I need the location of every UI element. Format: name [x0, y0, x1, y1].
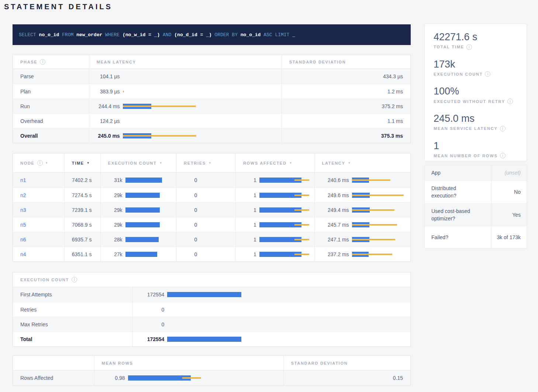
std-dev-column-header: STANDARD DEVIATION — [282, 55, 410, 69]
latency-bar — [352, 207, 411, 213]
mean-latency-column-label: MEAN LATENCY — [97, 60, 136, 64]
execution-count-table-header: EXECUTION COUNT i — [13, 272, 410, 287]
rows-affected-header-row: MEAN ROWS STANDARD DEVIATION — [13, 356, 410, 371]
rows-affected-bar — [259, 193, 314, 198]
node-link[interactable]: n6 — [20, 237, 26, 243]
mean-latency-value: 383.9 µs — [97, 89, 120, 94]
sort-icon: ▼ — [45, 161, 48, 165]
time-value: 6935.7 s — [72, 237, 92, 243]
row-label: First Attempts — [20, 292, 52, 298]
rows-affected-column-header[interactable]: ROWS AFFECTED ▼ — [235, 154, 314, 172]
table-row: n2 7274.5 s 29k 0 1 249.6 ms — [13, 188, 410, 202]
execution-count-value: 29k — [108, 207, 123, 213]
info-icon[interactable]: i — [37, 160, 43, 166]
mean-latency-value: 124.2 µs — [97, 118, 120, 124]
info-icon[interactable]: i — [500, 126, 506, 131]
info-icon[interactable]: i — [72, 277, 77, 282]
stat-label: EXECUTION COUNT — [434, 72, 483, 76]
retries-value: 0 — [184, 222, 197, 228]
info-icon[interactable]: i — [40, 59, 45, 65]
fact-value: (unset) — [504, 169, 521, 176]
sql-statement: SELECT no_o_id FROM new_order WHERE (no_… — [13, 24, 411, 45]
node-link[interactable]: n4 — [20, 251, 26, 257]
phase-label: Overall — [20, 133, 38, 139]
fact-label: Used cost-based optimizer? — [425, 204, 491, 226]
count-value: 0 — [140, 321, 164, 327]
table-row: Parse 104.1 µs 434.3 µs — [13, 69, 410, 84]
latency-column-header[interactable]: LATENCY ▼ — [314, 154, 411, 172]
retries-column-header[interactable]: RETRIES ▼ — [176, 154, 235, 172]
latency-bar — [352, 178, 411, 183]
node-link[interactable]: n1 — [20, 177, 26, 183]
phase-table: PHASE i MEAN LATENCY STANDARD DEVIATION … — [13, 55, 411, 143]
retries-bar — [200, 178, 235, 183]
stat-label: TOTAL TIME — [434, 45, 464, 49]
info-icon[interactable]: i — [500, 153, 506, 158]
phase-column-label: PHASE — [20, 60, 37, 64]
retries-value: 0 — [184, 251, 197, 257]
row-label: Retries — [20, 307, 37, 313]
execution-count-value: 29k — [108, 222, 123, 228]
stat-value: 245.0 ms — [434, 113, 519, 124]
latency-bar — [352, 222, 411, 227]
table-row: Rows Affected 0.98 0.15 — [13, 371, 410, 385]
row-label: Rows Affected — [20, 375, 53, 381]
table-row: Run 244.4 ms 375.2 ms — [13, 99, 410, 113]
execution-count-column-header[interactable]: EXECUTION COUNT ▼ — [100, 154, 176, 172]
node-column-label: NODE — [20, 161, 35, 165]
execution-count-value: 29k — [108, 192, 123, 198]
sort-icon: ▼ — [159, 161, 162, 165]
mean-rows-bar — [128, 375, 283, 381]
retries-column-label: RETRIES — [184, 161, 206, 165]
latency-bar — [352, 193, 411, 198]
execution-count-bar — [125, 252, 176, 257]
fact-value: No — [514, 188, 521, 196]
retries-value: 0 — [184, 177, 197, 183]
fact-row-cost-based-optimizer: Used cost-based optimizer? Yes — [425, 203, 527, 226]
latency-bar — [123, 133, 282, 138]
node-column-header[interactable]: NODE i ▼ — [13, 154, 64, 172]
time-column-header[interactable]: TIME ▼ — [64, 154, 100, 172]
rows-affected-value: 1 — [243, 237, 256, 243]
sort-icon: ▼ — [348, 161, 351, 165]
info-icon[interactable]: i — [485, 71, 490, 77]
stat-value: 100% — [434, 86, 519, 97]
summary-stats-card: 42271.6 s TOTAL TIMEi 173k EXECUTION COU… — [424, 24, 527, 161]
stat-label: MEAN SERVICE LATENCY — [434, 126, 498, 131]
table-row: Total 172554 — [13, 331, 410, 346]
latency-bar — [352, 252, 411, 257]
stat-value: 1 — [434, 141, 519, 152]
info-icon[interactable]: i — [466, 44, 472, 50]
rows-affected-bar — [259, 252, 314, 257]
latency-value: 249.6 ms — [322, 192, 349, 198]
info-icon[interactable]: i — [507, 99, 513, 104]
retries-bar — [200, 252, 235, 257]
count-bar — [167, 292, 410, 297]
latency-bar — [352, 237, 411, 242]
retries-bar — [200, 193, 235, 198]
stat-execution-count: 173k EXECUTION COUNTi — [434, 59, 519, 77]
count-value: 172554 — [140, 336, 164, 342]
node-link[interactable]: n5 — [20, 222, 26, 228]
stat-label: EXECUTED WITHOUT RETRY — [434, 99, 505, 104]
mean-latency-value: 104.1 µs — [97, 73, 120, 79]
fact-value: 3k of 173k — [497, 234, 521, 241]
count-value: 172554 — [140, 292, 164, 298]
phase-table-header-row: PHASE i MEAN LATENCY STANDARD DEVIATION — [13, 55, 410, 69]
rows-affected-bar — [259, 178, 314, 183]
node-link[interactable]: n3 — [20, 207, 26, 213]
node-link[interactable]: n2 — [20, 192, 26, 198]
fact-label: Distributed execution? — [425, 181, 491, 203]
retries-value: 0 — [184, 192, 197, 198]
mean-rows-column-label: MEAN ROWS — [102, 361, 133, 365]
latency-value: 240.6 ms — [322, 177, 349, 183]
stat-label: MEAN NUMBER OF ROWS — [434, 154, 498, 158]
stat-value: 173k — [434, 59, 519, 70]
sort-icon: ▼ — [87, 161, 90, 165]
rows-affected-table: MEAN ROWS STANDARD DEVIATION Rows Affect… — [13, 355, 411, 386]
fact-row-app: App (unset) — [425, 165, 527, 180]
stat-total-time: 42271.6 s TOTAL TIMEi — [434, 32, 519, 50]
rows-affected-value: 1 — [243, 192, 256, 198]
fact-row-distributed-execution: Distributed execution? No — [425, 180, 527, 203]
retries-bar — [200, 237, 235, 242]
